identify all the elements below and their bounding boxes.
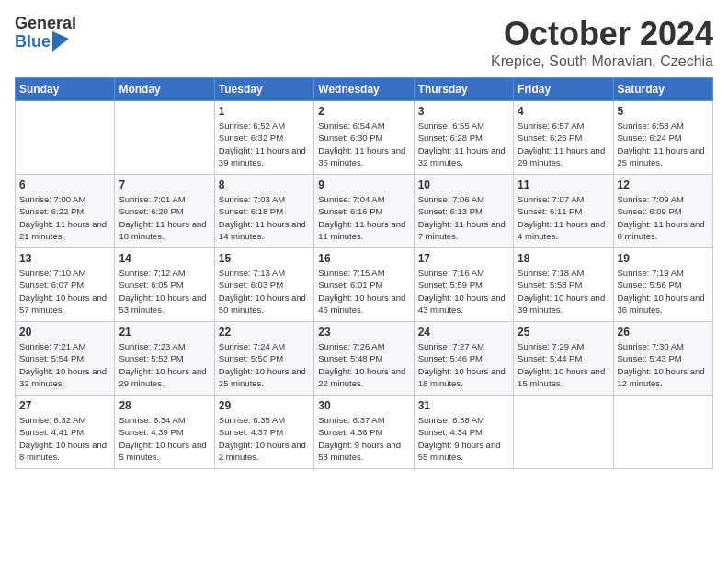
day-number: 18 xyxy=(518,252,609,265)
calendar-day-cell: 25Sunrise: 7:29 AM Sunset: 5:44 PM Dayli… xyxy=(514,322,613,396)
day-info: Sunrise: 7:12 AM Sunset: 6:05 PM Dayligh… xyxy=(119,267,210,316)
day-number: 25 xyxy=(518,326,609,339)
calendar-day-cell: 18Sunrise: 7:18 AM Sunset: 5:58 PM Dayli… xyxy=(514,248,613,322)
calendar-day-cell: 17Sunrise: 7:16 AM Sunset: 5:59 PM Dayli… xyxy=(414,248,513,322)
weekday-header: Thursday xyxy=(414,78,513,101)
day-number: 11 xyxy=(518,178,609,191)
calendar-day-cell xyxy=(514,396,613,469)
calendar-day-cell: 8Sunrise: 7:03 AM Sunset: 6:18 PM Daylig… xyxy=(214,175,313,248)
calendar-day-cell: 26Sunrise: 7:30 AM Sunset: 5:43 PM Dayli… xyxy=(613,322,712,396)
day-number: 12 xyxy=(618,178,709,191)
day-info: Sunrise: 7:15 AM Sunset: 6:01 PM Dayligh… xyxy=(318,267,409,316)
calendar-week-row: 27Sunrise: 6:32 AM Sunset: 4:41 PM Dayli… xyxy=(16,396,713,469)
day-info: Sunrise: 7:27 AM Sunset: 5:46 PM Dayligh… xyxy=(418,340,509,389)
day-number: 5 xyxy=(618,105,709,118)
logo-blue-text: Blue xyxy=(15,33,51,52)
day-info: Sunrise: 6:54 AM Sunset: 6:30 PM Dayligh… xyxy=(318,120,409,168)
calendar-day-cell: 19Sunrise: 7:19 AM Sunset: 5:56 PM Dayli… xyxy=(613,248,712,322)
calendar-day-cell: 12Sunrise: 7:09 AM Sunset: 6:09 PM Dayli… xyxy=(613,175,712,248)
day-number: 31 xyxy=(418,399,509,412)
day-number: 13 xyxy=(19,252,110,265)
day-number: 27 xyxy=(19,399,110,412)
calendar-day-cell: 3Sunrise: 6:55 AM Sunset: 6:28 PM Daylig… xyxy=(414,101,513,175)
calendar-day-cell: 5Sunrise: 6:58 AM Sunset: 6:24 PM Daylig… xyxy=(613,101,712,175)
calendar-week-row: 13Sunrise: 7:10 AM Sunset: 6:07 PM Dayli… xyxy=(16,248,713,322)
calendar-week-row: 20Sunrise: 7:21 AM Sunset: 5:54 PM Dayli… xyxy=(16,322,713,396)
calendar-day-cell: 27Sunrise: 6:32 AM Sunset: 4:41 PM Dayli… xyxy=(16,396,115,469)
day-info: Sunrise: 7:23 AM Sunset: 5:52 PM Dayligh… xyxy=(119,340,210,389)
day-number: 4 xyxy=(518,105,609,118)
weekday-header: Tuesday xyxy=(214,78,313,101)
calendar-day-cell: 24Sunrise: 7:27 AM Sunset: 5:46 PM Dayli… xyxy=(414,322,513,396)
calendar-day-cell: 15Sunrise: 7:13 AM Sunset: 6:03 PM Dayli… xyxy=(214,248,313,322)
calendar-day-cell: 22Sunrise: 7:24 AM Sunset: 5:50 PM Dayli… xyxy=(214,322,313,396)
day-info: Sunrise: 7:13 AM Sunset: 6:03 PM Dayligh… xyxy=(219,267,310,316)
day-number: 9 xyxy=(318,178,409,191)
day-info: Sunrise: 7:16 AM Sunset: 5:59 PM Dayligh… xyxy=(418,267,509,316)
day-info: Sunrise: 6:58 AM Sunset: 6:24 PM Dayligh… xyxy=(618,120,709,168)
day-info: Sunrise: 6:37 AM Sunset: 4:36 PM Dayligh… xyxy=(318,414,409,463)
calendar-week-row: 1Sunrise: 6:52 AM Sunset: 6:32 PM Daylig… xyxy=(16,101,713,175)
day-info: Sunrise: 7:24 AM Sunset: 5:50 PM Dayligh… xyxy=(219,340,310,389)
day-number: 20 xyxy=(19,326,110,339)
day-info: Sunrise: 7:26 AM Sunset: 5:48 PM Dayligh… xyxy=(318,340,409,389)
day-number: 6 xyxy=(19,178,110,191)
weekday-header: Sunday xyxy=(16,78,115,101)
calendar-day-cell: 31Sunrise: 6:38 AM Sunset: 4:34 PM Dayli… xyxy=(414,396,513,469)
weekday-header: Friday xyxy=(514,78,613,101)
day-info: Sunrise: 7:07 AM Sunset: 6:11 PM Dayligh… xyxy=(518,193,609,242)
calendar-day-cell: 13Sunrise: 7:10 AM Sunset: 6:07 PM Dayli… xyxy=(16,248,115,322)
calendar-table: SundayMondayTuesdayWednesdayThursdayFrid… xyxy=(15,77,713,469)
day-number: 30 xyxy=(318,399,409,412)
day-info: Sunrise: 7:30 AM Sunset: 5:43 PM Dayligh… xyxy=(618,340,709,389)
title-block: October 2024 Krepice, South Moravian, Cz… xyxy=(491,15,713,70)
calendar-day-cell xyxy=(115,101,214,175)
weekday-header: Monday xyxy=(115,78,214,101)
day-info: Sunrise: 7:19 AM Sunset: 5:56 PM Dayligh… xyxy=(618,267,709,316)
day-info: Sunrise: 6:35 AM Sunset: 4:37 PM Dayligh… xyxy=(219,414,310,463)
day-number: 1 xyxy=(219,105,310,118)
month-title: October 2024 xyxy=(491,15,713,53)
calendar-day-cell: 1Sunrise: 6:52 AM Sunset: 6:32 PM Daylig… xyxy=(214,101,313,175)
svg-marker-0 xyxy=(52,31,69,52)
calendar-day-cell: 10Sunrise: 7:06 AM Sunset: 6:13 PM Dayli… xyxy=(414,175,513,248)
day-info: Sunrise: 7:21 AM Sunset: 5:54 PM Dayligh… xyxy=(19,340,110,389)
day-info: Sunrise: 7:29 AM Sunset: 5:44 PM Dayligh… xyxy=(518,340,609,389)
day-number: 15 xyxy=(219,252,310,265)
day-info: Sunrise: 7:10 AM Sunset: 6:07 PM Dayligh… xyxy=(19,267,110,316)
calendar-day-cell: 28Sunrise: 6:34 AM Sunset: 4:39 PM Dayli… xyxy=(115,396,214,469)
day-info: Sunrise: 6:32 AM Sunset: 4:41 PM Dayligh… xyxy=(19,414,110,463)
day-number: 7 xyxy=(119,178,210,191)
calendar-day-cell: 30Sunrise: 6:37 AM Sunset: 4:36 PM Dayli… xyxy=(314,396,414,469)
day-info: Sunrise: 6:34 AM Sunset: 4:39 PM Dayligh… xyxy=(119,414,210,463)
day-number: 8 xyxy=(219,178,310,191)
day-number: 3 xyxy=(418,105,509,118)
calendar-day-cell: 11Sunrise: 7:07 AM Sunset: 6:11 PM Dayli… xyxy=(514,175,613,248)
day-number: 28 xyxy=(119,399,210,412)
day-info: Sunrise: 7:06 AM Sunset: 6:13 PM Dayligh… xyxy=(418,193,509,242)
calendar-day-cell: 29Sunrise: 6:35 AM Sunset: 4:37 PM Dayli… xyxy=(214,396,313,469)
calendar-day-cell: 20Sunrise: 7:21 AM Sunset: 5:54 PM Dayli… xyxy=(16,322,115,396)
logo: General Blue xyxy=(15,15,76,52)
logo-icon xyxy=(52,31,69,52)
day-info: Sunrise: 6:55 AM Sunset: 6:28 PM Dayligh… xyxy=(418,120,509,168)
calendar-day-cell: 16Sunrise: 7:15 AM Sunset: 6:01 PM Dayli… xyxy=(314,248,414,322)
calendar-header: SundayMondayTuesdayWednesdayThursdayFrid… xyxy=(16,78,713,101)
day-info: Sunrise: 6:52 AM Sunset: 6:32 PM Dayligh… xyxy=(219,120,310,168)
day-info: Sunrise: 7:09 AM Sunset: 6:09 PM Dayligh… xyxy=(618,193,709,242)
day-info: Sunrise: 6:57 AM Sunset: 6:26 PM Dayligh… xyxy=(518,120,609,168)
day-number: 24 xyxy=(418,326,509,339)
day-number: 16 xyxy=(318,252,409,265)
calendar-day-cell: 6Sunrise: 7:00 AM Sunset: 6:22 PM Daylig… xyxy=(16,175,115,248)
calendar-week-row: 6Sunrise: 7:00 AM Sunset: 6:22 PM Daylig… xyxy=(16,175,713,248)
calendar-day-cell: 14Sunrise: 7:12 AM Sunset: 6:05 PM Dayli… xyxy=(115,248,214,322)
weekday-header: Wednesday xyxy=(314,78,414,101)
day-number: 10 xyxy=(418,178,509,191)
calendar-day-cell xyxy=(613,396,712,469)
day-number: 2 xyxy=(318,105,409,118)
location-subtitle: Krepice, South Moravian, Czechia xyxy=(491,53,713,70)
day-number: 26 xyxy=(618,326,709,339)
calendar-day-cell xyxy=(16,101,115,175)
day-number: 14 xyxy=(119,252,210,265)
calendar-day-cell: 4Sunrise: 6:57 AM Sunset: 6:26 PM Daylig… xyxy=(514,101,613,175)
